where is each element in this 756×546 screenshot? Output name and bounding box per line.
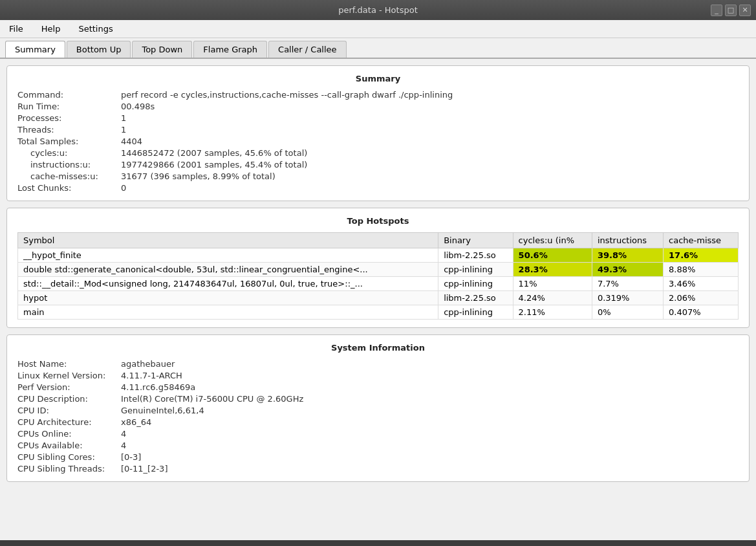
cell-symbol: hypot	[18, 291, 438, 305]
tab-summary[interactable]: Summary	[5, 41, 65, 58]
label-cpus-available: CPUs Available:	[17, 441, 121, 450]
col-instructions: instructions	[592, 233, 663, 248]
window-title: perf.data - Hotspot	[338, 5, 418, 15]
label-command: Command:	[17, 90, 121, 100]
cell-binary: libm-2.25.so	[438, 291, 513, 305]
value-cpu-desc: Intel(R) Core(TM) i7-5600U CPU @ 2.60GHz	[121, 394, 739, 404]
tab-caller-callee[interactable]: Caller / Callee	[268, 41, 347, 58]
cell-cache: 2.06%	[664, 291, 739, 305]
label-cpu-sibling-cores: CPU Sibling Cores:	[17, 452, 121, 462]
cell-binary: cpp-inlining	[438, 263, 513, 277]
value-command: perf record -e cycles,instructions,cache…	[121, 90, 739, 100]
cell-cycles: 28.3%	[513, 263, 592, 277]
label-cpu-sibling-threads: CPU Sibling Threads:	[17, 464, 121, 474]
label-cycles: cycles:u:	[17, 148, 121, 158]
label-perf-version: Perf Version:	[17, 382, 121, 392]
value-threads: 1	[121, 125, 739, 135]
main-content: Summary Command: perf record -e cycles,i…	[0, 59, 756, 540]
value-instructions: 1977429866 (2001 samples, 45.4% of total…	[121, 160, 739, 169]
cell-instructions: 39.8%	[592, 248, 663, 263]
table-header-row: Symbol Binary cycles:u (in% instructions…	[18, 233, 739, 248]
col-symbol: Symbol	[18, 233, 438, 248]
cell-cache: 8.88%	[664, 263, 739, 277]
cell-instructions: 0.319%	[592, 291, 663, 305]
label-instructions: instructions:u:	[17, 160, 121, 169]
value-cpu-id: GenuineIntel,6,61,4	[121, 406, 739, 415]
value-lost-chunks: 0	[121, 183, 739, 193]
value-cache-misses: 31677 (396 samples, 8.99% of total)	[121, 171, 739, 181]
label-kernel: Linux Kernel Version:	[17, 371, 121, 380]
window-controls[interactable]: _ □ ✕	[711, 5, 751, 16]
cell-symbol: __hypot_finite	[18, 248, 438, 263]
cell-cache: 3.46%	[664, 277, 739, 291]
value-total-samples: 4404	[121, 136, 739, 146]
label-cpu-arch: CPU Architecture:	[17, 417, 121, 427]
value-runtime: 00.498s	[121, 102, 739, 111]
cell-binary: libm-2.25.so	[438, 248, 513, 263]
cell-binary: cpp-inlining	[438, 277, 513, 291]
col-cycles: cycles:u (in%	[513, 233, 592, 248]
label-threads: Threads:	[17, 125, 121, 135]
menu-help[interactable]: Help	[38, 23, 65, 35]
hotspots-title: Top Hotspots	[17, 216, 739, 226]
label-total-samples: Total Samples:	[17, 136, 121, 146]
cell-cycles: 4.24%	[513, 291, 592, 305]
summary-grid: Command: perf record -e cycles,instructi…	[17, 90, 739, 193]
cell-binary: cpp-inlining	[438, 305, 513, 320]
label-runtime: Run Time:	[17, 102, 121, 111]
sysinfo-title: System Information	[17, 343, 739, 353]
close-button[interactable]: ✕	[739, 5, 751, 16]
table-row: __hypot_finitelibm-2.25.so50.6%39.8%17.6…	[18, 248, 739, 263]
cell-cache: 0.407%	[664, 305, 739, 320]
value-cpus-online: 4	[121, 429, 739, 439]
label-cpu-id: CPU ID:	[17, 406, 121, 415]
label-cpu-desc: CPU Description:	[17, 394, 121, 404]
col-cache: cache-misse	[664, 233, 739, 248]
value-cpu-arch: x86_64	[121, 417, 739, 427]
value-perf-version: 4.11.rc6.g58469a	[121, 382, 739, 392]
label-cpus-online: CPUs Online:	[17, 429, 121, 439]
cell-instructions: 7.7%	[592, 277, 663, 291]
table-row: hypotlibm-2.25.so4.24%0.319%2.06%	[18, 291, 739, 305]
cell-cache: 17.6%	[664, 248, 739, 263]
value-kernel: 4.11.7-1-ARCH	[121, 371, 739, 380]
value-cpu-sibling-threads: [0-11_[2-3]	[121, 464, 739, 474]
summary-section: Summary Command: perf record -e cycles,i…	[6, 65, 750, 201]
cell-symbol: main	[18, 305, 438, 320]
maximize-button[interactable]: □	[725, 5, 737, 16]
table-row: double std::generate_canonical<double, 5…	[18, 263, 739, 277]
tab-flame-graph[interactable]: Flame Graph	[193, 41, 267, 58]
value-cpus-available: 4	[121, 441, 739, 450]
cell-instructions: 0%	[592, 305, 663, 320]
cell-symbol: double std::generate_canonical<double, 5…	[18, 263, 438, 277]
cell-symbol: std::__detail::_Mod<unsigned long, 21474…	[18, 277, 438, 291]
tab-bottom-up[interactable]: Bottom Up	[67, 41, 131, 58]
hotspots-table: Symbol Binary cycles:u (in% instructions…	[17, 232, 739, 320]
cell-cycles: 11%	[513, 277, 592, 291]
menu-bar: File Help Settings	[0, 20, 756, 38]
table-row: maincpp-inlining2.11%0%0.407%	[18, 305, 739, 320]
label-processes: Processes:	[17, 113, 121, 123]
cell-instructions: 49.3%	[592, 263, 663, 277]
cell-cycles: 2.11%	[513, 305, 592, 320]
menu-settings[interactable]: Settings	[74, 23, 116, 35]
tab-top-down[interactable]: Top Down	[132, 41, 192, 58]
sysinfo-grid: Host Name: agathebauer Linux Kernel Vers…	[17, 359, 739, 474]
minimize-button[interactable]: _	[711, 5, 722, 16]
label-cache-misses: cache-misses:u:	[17, 171, 121, 181]
value-hostname: agathebauer	[121, 359, 739, 369]
cell-cycles: 50.6%	[513, 248, 592, 263]
label-lost-chunks: Lost Chunks:	[17, 183, 121, 193]
table-row: std::__detail::_Mod<unsigned long, 21474…	[18, 277, 739, 291]
label-hostname: Host Name:	[17, 359, 121, 369]
title-bar: perf.data - Hotspot _ □ ✕	[0, 0, 756, 20]
col-binary: Binary	[438, 233, 513, 248]
tab-bar: Summary Bottom Up Top Down Flame Graph C…	[0, 38, 756, 59]
menu-file[interactable]: File	[5, 23, 27, 35]
summary-title: Summary	[17, 74, 739, 83]
value-cycles: 1446852472 (2007 samples, 45.6% of total…	[121, 148, 739, 158]
value-processes: 1	[121, 113, 739, 123]
hotspots-section: Top Hotspots Symbol Binary cycles:u (in%…	[6, 208, 750, 328]
value-cpu-sibling-cores: [0-3]	[121, 452, 739, 462]
sysinfo-section: System Information Host Name: agathebaue…	[6, 334, 750, 482]
